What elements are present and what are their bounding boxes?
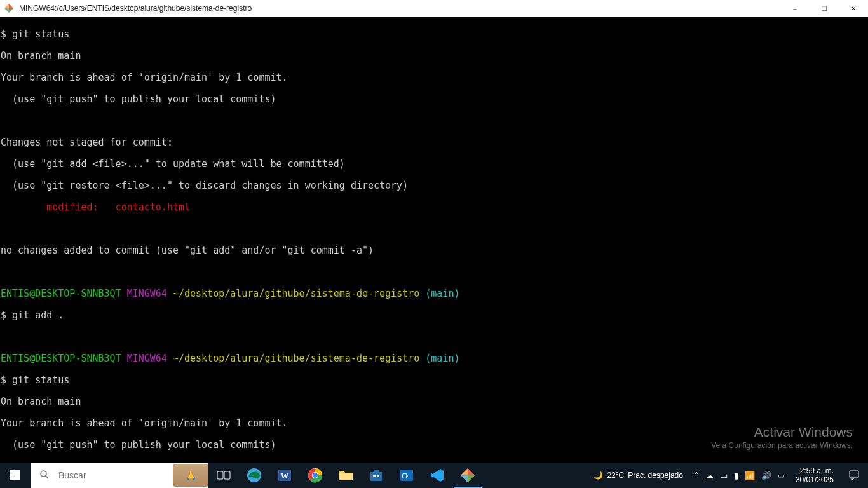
svg-rect-20 xyxy=(370,472,382,481)
git-bash-icon[interactable] xyxy=(452,463,483,488)
svg-marker-1 xyxy=(9,4,13,8)
clock-time: 2:59 a. m. xyxy=(796,466,834,475)
close-button[interactable]: ✕ xyxy=(839,0,868,17)
svg-marker-29 xyxy=(468,475,475,482)
svg-line-9 xyxy=(46,476,48,478)
window-title: MINGW64:/c/Users/ENTIS/desktop/alura/git… xyxy=(19,4,252,13)
start-button[interactable] xyxy=(0,463,31,488)
svg-rect-23 xyxy=(377,475,379,477)
weather-temp: 22°C xyxy=(607,471,624,480)
taskbar-search[interactable]: 🙏 xyxy=(31,463,208,488)
edge-icon[interactable] xyxy=(239,463,269,488)
svg-rect-30 xyxy=(850,471,858,478)
search-input[interactable] xyxy=(58,470,173,480)
terminal-output[interactable]: $ git status On branch main Your branch … xyxy=(0,17,868,465)
terminal-app-icon xyxy=(4,3,14,13)
search-icon xyxy=(39,470,50,482)
taskbar-clock[interactable]: 2:59 a. m. 30/01/2025 xyxy=(789,466,840,484)
outlook-icon[interactable]: O xyxy=(391,463,422,488)
chrome-icon[interactable] xyxy=(300,463,330,488)
word-icon[interactable]: W xyxy=(269,463,300,488)
svg-marker-3 xyxy=(9,8,13,13)
search-decoration-icon: 🙏 xyxy=(173,464,208,487)
volume-icon[interactable]: 🔊 xyxy=(761,471,771,480)
minimize-button[interactable]: – xyxy=(780,0,810,17)
svg-marker-27 xyxy=(468,468,475,475)
system-tray[interactable]: 🌙 22°C Prac. despejado ˄ ☁ ▭ ▮ 📶 🔊 ▭ 2:5… xyxy=(587,463,868,488)
meet-now-icon[interactable]: ▭ xyxy=(720,471,728,480)
svg-point-18 xyxy=(313,473,318,478)
vscode-icon[interactable] xyxy=(422,463,452,488)
file-explorer-icon[interactable] xyxy=(330,463,361,488)
svg-text:W: W xyxy=(281,471,289,480)
tray-chevron-icon[interactable]: ˄ xyxy=(695,471,699,480)
svg-rect-19 xyxy=(339,473,353,480)
clock-date: 30/01/2025 xyxy=(796,475,834,484)
svg-marker-2 xyxy=(4,8,9,13)
svg-rect-10 xyxy=(217,471,223,479)
svg-rect-7 xyxy=(15,475,20,480)
svg-marker-28 xyxy=(461,475,468,482)
weather-desc: Prac. despejado xyxy=(628,471,683,480)
svg-point-8 xyxy=(41,471,46,477)
task-view-icon[interactable] xyxy=(208,463,239,488)
svg-rect-4 xyxy=(10,470,15,475)
taskbar[interactable]: 🙏 W O 🌙 22°C Prac. despejado ˄ ☁ ▭ ▮ 📶 🔊… xyxy=(0,463,868,488)
svg-text:O: O xyxy=(402,471,408,480)
svg-rect-11 xyxy=(224,471,230,479)
microsoft-store-icon[interactable] xyxy=(361,463,391,488)
onedrive-icon[interactable]: ☁ xyxy=(705,471,714,480)
svg-rect-5 xyxy=(15,470,20,475)
language-icon[interactable]: ▭ xyxy=(778,471,784,480)
maximize-button[interactable]: ❏ xyxy=(810,0,839,17)
svg-rect-21 xyxy=(374,470,379,473)
weather-widget[interactable]: 🌙 22°C Prac. despejado xyxy=(587,471,689,480)
notifications-icon[interactable] xyxy=(840,470,868,481)
titlebar[interactable]: MINGW64:/c/Users/ENTIS/desktop/alura/git… xyxy=(0,0,868,17)
svg-rect-22 xyxy=(373,475,376,477)
wifi-icon[interactable]: 📶 xyxy=(745,471,755,480)
weather-icon: 🌙 xyxy=(593,471,603,480)
battery-icon[interactable]: ▮ xyxy=(734,471,738,480)
svg-rect-6 xyxy=(10,475,15,480)
